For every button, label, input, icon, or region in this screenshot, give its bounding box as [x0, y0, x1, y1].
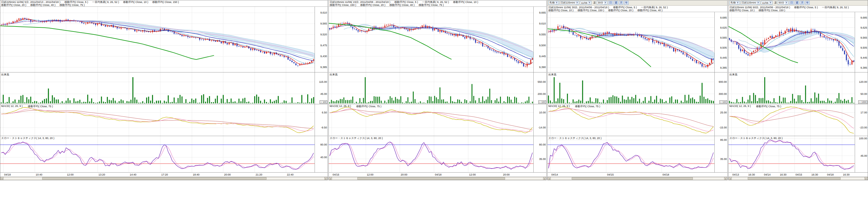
stochastics-section: スロー・ストキャスティクス( 14, 3, 80, 20 ) 80.0040.0…: [0, 136, 328, 173]
stochastics-axis-label: 100.00: [859, 137, 867, 140]
scroll-left-button[interactable]: ◂: [0, 177, 3, 180]
price-axis-label: 9,555: [539, 33, 546, 36]
volume-axis-label: 120.00: [859, 80, 867, 83]
price-plot[interactable]: [548, 12, 714, 72]
scroll-left-button[interactable]: ◂: [728, 177, 732, 180]
volume-plot[interactable]: 出来高: [728, 72, 855, 104]
macd-plot[interactable]: MACD( 12, 26, 9 ) 移動平均( Close, 75 ): [728, 104, 855, 136]
volume-plot[interactable]: 出来高: [329, 72, 533, 104]
stochastics-section: スロー・ストキャスティクス( 14, 3, 80, 20 ) 80.0035.0…: [329, 136, 546, 173]
chart-header: 日経225mini 11/06( 30分, 2011/04/08 - 2011/…: [548, 6, 727, 12]
toolbar-select[interactable]: 11/06▼: [761, 1, 772, 5]
scroll-right-button[interactable]: ▸: [324, 177, 328, 180]
scrollbar-thumb[interactable]: [572, 177, 693, 180]
indicator-label: 移動平均( Close, 5 ): [395, 1, 418, 3]
price-plot[interactable]: [728, 12, 855, 72]
toolbar-select[interactable]: 先物▼: [730, 1, 740, 5]
period-button[interactable]: 月: [619, 1, 623, 5]
toolbar-select[interactable]: 11/06▼: [580, 1, 591, 5]
macd-plot[interactable]: MACD( 12, 26, 9 ) 移動平均( Close, 75 ): [548, 104, 714, 136]
period-select-value: 30分: [598, 1, 603, 5]
price-axis-label: 9,625: [860, 26, 867, 29]
volume-multiplier: × 100: [719, 100, 727, 104]
period-button[interactable]: 年: [805, 1, 810, 5]
macd-axis-label: -14.00: [538, 126, 546, 129]
macd-label: MACD( 12, 26, 9 ): [1, 105, 23, 108]
toolbar-select-value: 11/06: [581, 1, 587, 4]
price-axis-label: 9,445: [860, 56, 867, 59]
macd-axis-label: -15.00: [719, 126, 727, 129]
scrollbar-track[interactable]: [732, 177, 865, 180]
volume-multiplier: × 100: [538, 100, 546, 104]
time-tick-label: 04/15: [607, 173, 614, 176]
scroll-left-button[interactable]: ◂: [548, 177, 551, 180]
period-button[interactable]: 月: [800, 1, 804, 5]
toolbar-select[interactable]: 日経225mini▼: [741, 1, 760, 5]
scrollbar-track[interactable]: [332, 177, 543, 180]
macd-plot[interactable]: MACD( 12, 26, 9 ) 移動平均( Close, 75 ): [329, 104, 533, 136]
period-button[interactable]: 日: [789, 1, 794, 5]
header-line-2: 移動平均( Close, 20 )移動平均( Close, 40 )移動平均( …: [1, 3, 327, 6]
macd-axis-label: 17.00: [860, 111, 867, 114]
volume-plot[interactable]: 出来高: [548, 72, 714, 104]
macd-axis-label: -23.00: [860, 126, 867, 129]
period-button[interactable]: 週: [614, 1, 618, 5]
toolbar-select-value: 先物: [730, 1, 736, 5]
period-select-value: 60分: [779, 1, 784, 5]
indicator-label: 移動平均( Close, 20 ): [608, 9, 633, 12]
volume-axis-label: 45.00: [320, 93, 327, 96]
indicator-label: 移動平均( Close, 10 ): [453, 1, 478, 3]
scrollbar-thumb[interactable]: [42, 177, 267, 180]
toolbar-select-value: 先物: [549, 1, 555, 5]
stochastics-axis-label: 80.00: [539, 143, 546, 146]
chevron-down-icon: ▼: [604, 1, 607, 4]
header-line-1: 日経225mini 11/06( 60分, 2011/04/08 - 2011/…: [730, 6, 867, 9]
macd-plot[interactable]: MACD( 12, 26, 9 ) 移動平均( Close, 75 ): [0, 104, 315, 136]
stochastics-plot[interactable]: スロー・ストキャスティクス( 14, 3, 80, 20 ): [548, 136, 714, 172]
stochastics-axis-gutter: 100.0045.00: [855, 136, 868, 172]
price-plot[interactable]: [329, 7, 533, 72]
scroll-right-button[interactable]: ▸: [543, 177, 546, 180]
period-button[interactable]: 週: [795, 1, 799, 5]
stochastics-plot[interactable]: スロー・ストキャスティクス( 14, 3, 80, 20 ): [728, 136, 855, 172]
time-tick-label: 12:00: [67, 173, 74, 176]
volume-axis-gutter: × 100 900.00300.00: [714, 72, 727, 104]
price-chart-section: 9,6659,6109,5559,5009,4459,390: [329, 7, 546, 72]
time-axis: 04/1316:3004/1416:3004/1516:3004/1816:30: [728, 173, 868, 177]
price-plot[interactable]: [0, 7, 315, 72]
scrollbar-thumb[interactable]: [357, 177, 505, 180]
price-axis-label: 9,520: [320, 33, 327, 36]
period-button[interactable]: 年: [624, 1, 629, 5]
price-axis-label: 9,565: [860, 36, 867, 39]
period-label: 足: [774, 1, 777, 5]
scrollbar-track[interactable]: [551, 177, 724, 180]
period-select[interactable]: 30分▼: [597, 1, 607, 5]
price-axis-label: 9,665: [539, 11, 546, 14]
volume-section: 出来高 × 100 115.0045.00: [0, 72, 328, 104]
period-button[interactable]: 日: [608, 1, 613, 5]
stochastics-label: スロー・ストキャスティクス( 14, 3, 80, 20 ): [549, 136, 601, 140]
horizontal-scrollbar: ◂ ▸: [0, 177, 328, 180]
scroll-right-button[interactable]: ▸: [724, 177, 727, 180]
stochastics-plot[interactable]: スロー・ストキャスティクス( 14, 3, 80, 20 ): [0, 136, 315, 172]
volume-axis-label: 50.00: [860, 93, 867, 96]
stochastics-plot[interactable]: スロー・ストキャスティクス( 14, 3, 80, 20 ): [329, 136, 533, 172]
scroll-right-button[interactable]: ▸: [865, 177, 868, 180]
indicator-label: 移動平均( Close, 75 ): [60, 3, 85, 6]
stochastics-axis-label: 35.00: [539, 158, 546, 161]
toolbar-select[interactable]: 日経225mini▼: [560, 1, 579, 5]
scrollbar-track[interactable]: [3, 177, 324, 180]
macd-label: MACD( 12, 26, 9 ): [730, 105, 751, 108]
time-tick-label: 17:20: [161, 173, 168, 176]
scrollbar-thumb[interactable]: [748, 177, 841, 180]
indicator-label: 移動平均( Close, 20 ): [1, 3, 26, 6]
indicator-label: 移動平均( Close, 5 ): [613, 6, 637, 9]
chart-toolbar: 先物▼日経225mini▼11/06▼足60分▼日週月年: [728, 0, 868, 6]
period-select[interactable]: 60分▼: [778, 1, 788, 5]
scroll-left-button[interactable]: ◂: [329, 177, 332, 180]
toolbar-select[interactable]: 先物▼: [549, 1, 559, 5]
price-axis-label: 9,610: [320, 11, 327, 14]
volume-plot[interactable]: 出来高: [0, 72, 315, 104]
indicator-label: 移動平均( Close, 75 ): [418, 3, 444, 6]
chart-workspace: 日経225mini 11/06( 5分, 2011/04/13 - 2011/0…: [0, 0, 868, 180]
